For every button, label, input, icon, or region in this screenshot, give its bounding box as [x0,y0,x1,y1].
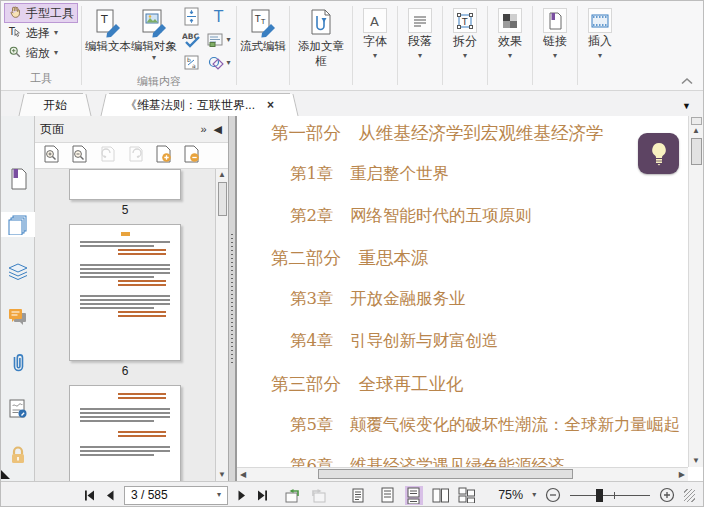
close-tab-icon[interactable]: × [267,98,274,112]
lightbulb-icon [649,142,669,166]
thumbnail-text-placeholder [118,284,166,286]
toc-entry[interactable]: 第一部分 从维基经济学到宏观维基经济学 [237,121,703,163]
comments-panel-button[interactable] [1,304,35,329]
toc-entry[interactable]: 第1章 重启整个世界 [237,163,703,205]
pages-panel-button[interactable] [1,212,35,237]
font-button[interactable]: A 字体 ▾ [356,3,394,90]
toc-entry[interactable]: 第2章 网络智能时代的五项原则 [237,205,703,247]
security-panel-button[interactable] [1,442,35,467]
toc-entry[interactable]: 第5章 颠覆气候变化的破坏性潮流：全球新力量崛起 [237,414,703,456]
ribbon-separator [289,6,290,85]
select-tool-button[interactable]: T 选择 ▾ [4,23,78,43]
zoom-in-button[interactable] [659,487,675,503]
add-article-box-button[interactable]: 添加文章框 [293,3,349,69]
zoom-out-button[interactable] [545,487,561,503]
text-callout-button[interactable]: ▾ [207,29,231,50]
tab-overflow-icon[interactable]: ▼ [682,101,691,111]
layers-panel-button[interactable] [1,258,35,283]
expand-panel-icon[interactable]: » [200,124,206,135]
facing-continuous-view-button[interactable] [458,486,475,505]
link-icon [543,8,567,33]
assistant-lightbulb-button[interactable] [638,133,679,174]
thumbnail-text-placeholder [118,253,166,255]
add-text-button[interactable]: T [207,6,231,27]
link-button[interactable]: 链接 ▾ [536,3,574,90]
next-view-button[interactable] [310,488,327,503]
split-icon: T [453,8,477,33]
attachments-panel-button[interactable] [1,350,35,375]
svg-text:T: T [461,17,468,27]
zoom-slider[interactable] [570,488,650,503]
previous-view-button[interactable] [284,488,301,503]
zoom-slider-track[interactable] [570,495,650,496]
ribbon-separator [397,6,398,85]
next-page-button[interactable] [237,489,247,502]
edit-text-button[interactable]: T 编辑文本 [85,3,131,54]
single-page-view-button[interactable] [379,486,396,505]
previous-page-button[interactable] [105,489,115,502]
last-page-button[interactable] [256,489,269,502]
edit-mini-column-2: T ▾ ▾ [205,3,233,73]
scrollbar-thumb[interactable] [218,182,227,216]
paragraph-button[interactable]: 段落 ▾ [401,3,439,90]
window-resize-grip[interactable] [684,489,695,502]
hand-tool-button[interactable]: 手型工具 [4,3,78,23]
shapes-button[interactable]: ▾ [207,52,231,73]
merge-text-button[interactable] [179,6,203,27]
reduce-thumbnails-button[interactable] [71,145,88,167]
tab-start[interactable]: 开始 [27,93,83,116]
rotate-left-button[interactable] [99,145,116,167]
bookmarks-panel-button[interactable] [1,166,35,191]
spell-check-button[interactable]: ABC [179,29,203,50]
signatures-panel-button[interactable] [1,396,35,421]
insert-page-button[interactable] [155,145,172,167]
document-vertical-scrollbar[interactable]: ▲ ▼ [688,116,703,467]
tab-start-label: 开始 [43,97,67,114]
scrollbar-thumb[interactable] [318,469,573,479]
thumbnail-page-7[interactable] [69,385,181,481]
document-horizontal-scrollbar[interactable]: ◀ ▶ [237,467,688,481]
delete-page-button[interactable] [183,145,200,167]
first-page-button[interactable] [83,489,96,502]
scrollbar-thumb[interactable] [691,138,702,165]
thumbnails-area: 5 [35,169,228,481]
thumbnails-scrollbar[interactable]: ▲ ▼ [215,169,228,481]
facing-view-button[interactable] [432,486,449,505]
stream-edit-button[interactable]: TT 流式编辑 [240,3,286,54]
panel-splitter[interactable] [229,116,237,481]
toc-entry[interactable]: 第二部分 重思本源 [237,246,703,288]
thumbnail-text-placeholder [121,232,130,236]
find-replace-button[interactable]: ba [179,52,203,73]
enlarge-thumbnails-button[interactable] [43,145,60,167]
tab-document[interactable]: 《维基法则：互联世界... × [109,93,290,116]
scroll-down-icon[interactable]: ▼ [692,457,700,465]
zoom-slider-thumb[interactable] [596,489,603,502]
thumbnail-text-placeholder [80,416,170,418]
thumbnail-page-6[interactable] [69,224,181,361]
scroll-right-icon[interactable]: ▶ [679,471,685,479]
zoom-tool-button[interactable]: 缩放 ▾ [4,43,78,63]
page-number-input[interactable]: 3 / 585 ▾ [124,486,228,505]
toc-entry[interactable]: 第3章 开放金融服务业 [237,288,703,330]
scrollbar-split-handle[interactable] [691,117,702,125]
scroll-up-icon[interactable]: ▲ [218,171,226,179]
insert-button[interactable]: 插入 ▾ [581,3,619,90]
toc-entry[interactable]: 第三部分 全球再工业化 [237,372,703,414]
status-bar: 3 / 585 ▾ 75% ▾ [1,481,703,507]
toc-entry[interactable]: 第4章 引导创新与财富创造 [237,330,703,372]
scroll-up-icon[interactable]: ▲ [692,127,700,135]
dropdown-caret[interactable]: ▾ [532,491,536,499]
thumbnail-page-5[interactable] [69,169,181,200]
continuous-view-button[interactable] [405,486,422,505]
split-button[interactable]: T 拆分 ▾ [446,3,484,90]
effects-button[interactable]: 效果 ▾ [491,3,529,90]
document-viewport[interactable]: 第一部分 从维基经济学到宏观维基经济学第1章 重启整个世界第2章 网络智能时代的… [237,116,703,481]
scroll-down-icon[interactable]: ▼ [218,471,226,479]
collapse-ribbon-button[interactable] [681,71,693,89]
edit-object-button[interactable]: 编辑对象▾ [131,3,177,62]
panel-corner-handle[interactable] [1,470,10,479]
zoom-level-value[interactable]: 75% [498,488,523,502]
rotate-right-button[interactable] [127,145,144,167]
collapse-panel-icon[interactable]: ◀ [214,124,222,135]
reading-mode-button[interactable] [352,488,364,503]
